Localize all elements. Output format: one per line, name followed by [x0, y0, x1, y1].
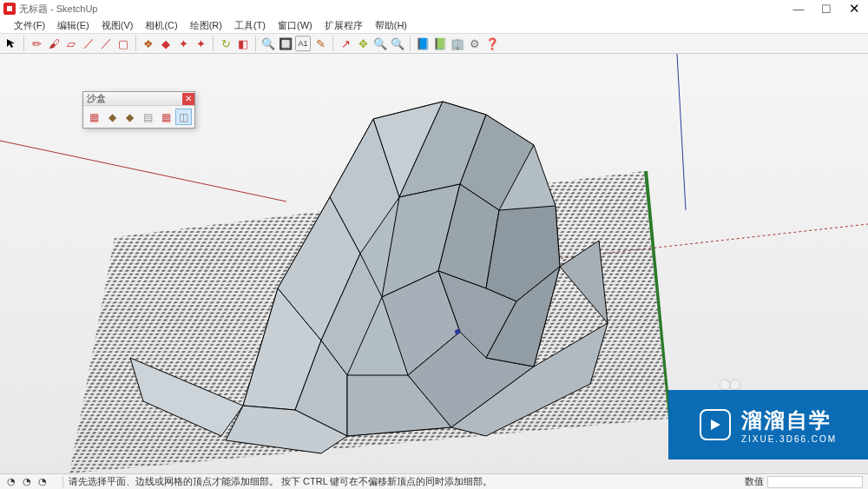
status-right-label: 数值: [745, 475, 764, 488]
status-bar: ◔ ◔ ◔ 请先选择平面、边线或网格的顶点才能添加细部。 按下 CTRL 键可在…: [0, 473, 868, 489]
orbit-icon[interactable]: ↻: [218, 36, 233, 51]
watermark-title: 溜溜自学: [741, 406, 837, 434]
menu-window[interactable]: 窗口(W): [273, 17, 318, 34]
sandbox-panel[interactable]: 沙盒 ✕ ▦ ◆ ◆ ▤ ▦ ◫: [82, 91, 195, 129]
status-icon-2[interactable]: ◔: [21, 476, 33, 488]
maximize-button[interactable]: ☐: [812, 0, 840, 17]
pushpull-icon[interactable]: ◆: [158, 36, 174, 51]
window-title: 无标题 - SketchUp: [19, 3, 97, 16]
viewport-3d[interactable]: 沙盒 ✕ ▦ ◆ ◆ ▤ ▦ ◫ 溜溜自学 ZIXUE.3D66.COM: [0, 54, 868, 473]
rotate-icon[interactable]: ✦: [175, 36, 191, 51]
zoom-window-icon[interactable]: 🔲: [278, 36, 293, 51]
sandbox-from-contours-icon[interactable]: ▦: [86, 109, 102, 125]
watermark: 溜溜自学 ZIXUE.3D66.COM: [668, 390, 868, 459]
sandbox-smoove-icon[interactable]: ◆: [122, 109, 138, 125]
menu-edit[interactable]: 编辑(E): [52, 17, 95, 34]
sandbox-stamp-icon[interactable]: ▤: [140, 109, 156, 125]
sandbox-drape-icon[interactable]: ▦: [158, 109, 174, 125]
pan-icon[interactable]: ◧: [235, 36, 251, 51]
svg-point-30: [720, 380, 730, 390]
scale-icon[interactable]: ✦: [193, 36, 208, 51]
main-toolbar: ✏ 🖌 ▱ ／ ／ ▢ ❖ ◆ ✦ ✦ ↻ ◧ 🔍 🔲 A1 ✎ ↗ ✥ 🔍 🔍…: [0, 33, 868, 54]
figure-icon: [718, 379, 742, 391]
book2-icon[interactable]: 📗: [432, 36, 448, 51]
menu-bar: 文件(F) 编辑(E) 视图(V) 相机(C) 绘图(R) 工具(T) 窗口(W…: [0, 17, 868, 33]
text-icon[interactable]: A1: [295, 36, 311, 51]
status-icon-3[interactable]: ◔: [36, 476, 49, 488]
paint-icon[interactable]: 🖌: [46, 36, 62, 51]
svg-line-1: [0, 141, 286, 202]
panel-title: 沙盒: [87, 92, 106, 105]
status-help-text: 请先选择平面、边线或网格的顶点才能添加细部。 按下 CTRL 键可在不偏移新顶点…: [69, 475, 493, 488]
book1-icon[interactable]: 📘: [415, 36, 431, 51]
svg-point-29: [455, 329, 460, 334]
warehouse-icon[interactable]: 🏢: [450, 36, 465, 51]
play-icon: [700, 409, 731, 440]
settings-icon[interactable]: ⚙: [467, 36, 483, 51]
move-icon[interactable]: ❖: [141, 36, 156, 51]
svg-line-3: [677, 54, 686, 210]
zoom-icon[interactable]: 🔍: [260, 36, 276, 51]
menu-help[interactable]: 帮助(H): [370, 17, 412, 34]
line-icon[interactable]: ／: [81, 36, 96, 51]
menu-tools[interactable]: 工具(T): [229, 17, 271, 34]
sandbox-detail-icon[interactable]: ◫: [175, 109, 192, 125]
panel-close-icon[interactable]: ✕: [182, 93, 194, 105]
look-icon[interactable]: ✥: [355, 36, 371, 51]
zoom3-icon[interactable]: 🔍: [390, 36, 405, 51]
minimize-button[interactable]: —: [785, 0, 812, 17]
rect-icon[interactable]: ▱: [63, 36, 79, 51]
menu-extensions[interactable]: 扩展程序: [319, 17, 368, 34]
shape-icon[interactable]: ▢: [115, 36, 131, 51]
menu-draw[interactable]: 绘图(R): [185, 17, 227, 34]
measurement-input[interactable]: [767, 476, 863, 488]
select-tool[interactable]: [3, 36, 19, 51]
close-button[interactable]: ✕: [840, 0, 868, 17]
line2-icon[interactable]: ／: [98, 36, 114, 51]
zoom2-icon[interactable]: 🔍: [372, 36, 388, 51]
menu-file[interactable]: 文件(F): [9, 17, 50, 34]
sandbox-from-scratch-icon[interactable]: ◆: [104, 109, 121, 125]
watermark-url: ZIXUE.3D66.COM: [741, 434, 837, 444]
dimension-icon[interactable]: ✎: [312, 36, 328, 51]
menu-view[interactable]: 视图(V): [96, 17, 139, 34]
pencil-icon[interactable]: ✏: [29, 36, 44, 51]
status-icon-1[interactable]: ◔: [5, 476, 17, 488]
help-icon[interactable]: ❓: [484, 36, 500, 51]
app-logo: [3, 3, 16, 15]
menu-camera[interactable]: 相机(C): [140, 17, 182, 34]
walk-icon[interactable]: ↗: [338, 36, 353, 51]
svg-point-31: [730, 380, 740, 390]
